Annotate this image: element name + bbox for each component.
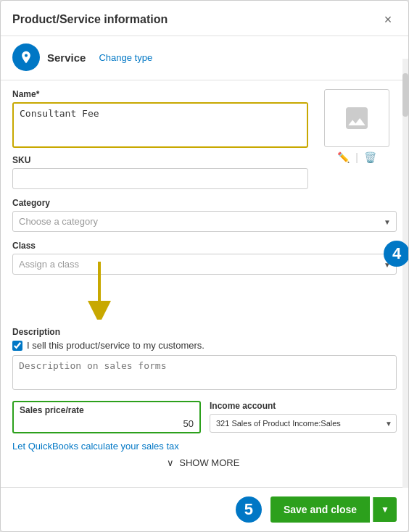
show-more[interactable]: ∨ SHOW MORE	[12, 457, 397, 468]
divider: |	[355, 151, 358, 163]
name-section: Name* SKU	[12, 89, 308, 198]
sales-price-label: Sales price/rate	[20, 405, 194, 415]
name-label: Name*	[12, 89, 308, 99]
image-actions: ✏️ | 🗑️	[337, 151, 376, 163]
chevron-down-icon: ∨	[167, 457, 174, 468]
sales-price-box: Sales price/rate	[12, 401, 201, 433]
name-input-wrapper	[12, 102, 308, 148]
image-placeholder	[324, 89, 389, 147]
income-account-box: Income account 321 Sales of Product Inco…	[210, 401, 397, 433]
description-checkbox[interactable]	[12, 341, 22, 351]
image-section: ✏️ | 🗑️	[317, 89, 397, 198]
name-input[interactable]	[14, 104, 307, 144]
category-label: Category	[12, 198, 397, 208]
modal-body: Name* SKU ✏️ |	[1, 80, 408, 487]
description-checkbox-row: I sell this product/service to my custom…	[12, 340, 397, 351]
sku-label: SKU	[12, 155, 308, 165]
save-dropdown-button[interactable]: ▼	[373, 497, 397, 522]
tax-link[interactable]: Let QuickBooks calculate your sales tax	[12, 441, 397, 452]
class-select-wrapper: Assign a class	[12, 254, 397, 275]
modal-title: Product/Service information	[12, 13, 168, 26]
scrollbar[interactable]	[402, 59, 408, 488]
step-5-badge: 5	[236, 496, 262, 523]
category-row: Category Choose a category	[12, 198, 397, 232]
category-select[interactable]: Choose a category	[12, 211, 397, 232]
sku-input[interactable]	[12, 168, 308, 189]
income-account-select[interactable]: 321 Sales of Product Income:Sales	[210, 414, 397, 433]
arrow-container	[12, 283, 397, 327]
description-textarea[interactable]	[12, 355, 397, 390]
sales-price-input[interactable]	[20, 418, 194, 429]
income-account-select-wrapper: 321 Sales of Product Income:Sales	[210, 414, 397, 433]
scrollbar-thumb	[402, 73, 408, 117]
modal-footer: 5 Save and close ▼	[1, 487, 408, 531]
show-more-label: SHOW MORE	[179, 457, 239, 468]
service-label: Service	[47, 51, 86, 64]
class-row: Class Assign a class 4	[12, 241, 397, 275]
change-type-link[interactable]: Change type	[99, 52, 152, 63]
close-button[interactable]: ×	[379, 11, 397, 28]
edit-icon[interactable]: ✏️	[337, 151, 350, 163]
description-row: Description I sell this product/service …	[12, 327, 397, 392]
category-select-wrapper: Choose a category	[12, 211, 397, 232]
description-label: Description	[12, 327, 397, 337]
name-image-row: Name* SKU ✏️ |	[12, 89, 397, 198]
class-label: Class	[12, 241, 397, 251]
delete-icon[interactable]: 🗑️	[364, 151, 376, 163]
service-icon	[12, 43, 40, 71]
class-select[interactable]: Assign a class	[12, 254, 397, 275]
save-and-close-button[interactable]: Save and close	[270, 496, 370, 523]
step-4-badge: 4	[384, 241, 408, 267]
income-account-label: Income account	[210, 401, 397, 411]
modal-header: Product/Service information ×	[1, 1, 408, 36]
product-service-modal: Product/Service information × Service Ch…	[0, 0, 409, 532]
description-checkbox-text: I sell this product/service to my custom…	[27, 340, 204, 351]
price-account-row: Sales price/rate Income account 321 Sale…	[12, 401, 397, 433]
service-row: Service Change type	[1, 36, 408, 80]
sku-row: SKU	[12, 155, 308, 189]
